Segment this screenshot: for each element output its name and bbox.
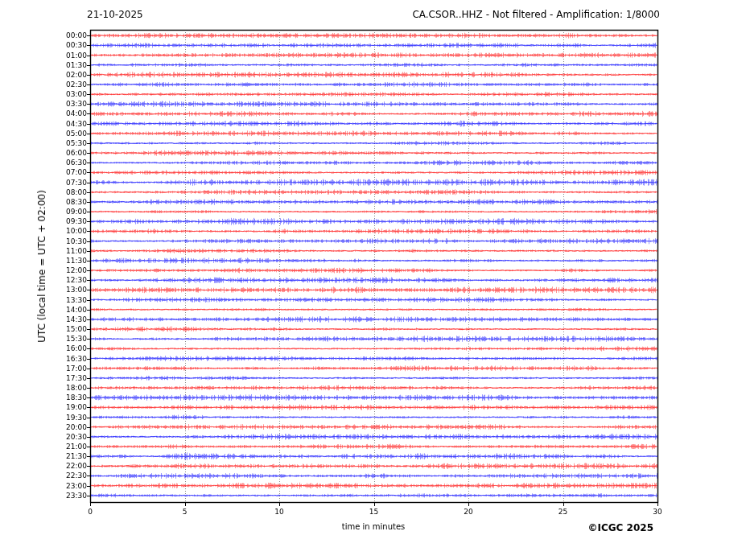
- x-axis-label: time in minutes: [342, 522, 406, 531]
- x-tick-label: 10: [274, 508, 283, 516]
- y-tick-label: 07:00: [66, 168, 87, 176]
- x-tick-label: 25: [558, 508, 567, 516]
- y-tick-label: 18:30: [66, 393, 87, 401]
- y-tick-label: 18:00: [66, 384, 87, 392]
- y-tick-label: 20:30: [66, 433, 87, 441]
- y-tick-label: 11:30: [66, 257, 87, 265]
- seismogram-plot-canvas: [0, 0, 746, 560]
- y-tick-label: 02:30: [66, 80, 87, 89]
- x-tick-label: 15: [369, 508, 378, 516]
- y-tick-label: 04:30: [66, 120, 87, 128]
- y-tick-label: 03:00: [66, 90, 87, 98]
- y-tick-label: 04:00: [66, 109, 87, 117]
- y-tick-label: 14:30: [66, 315, 87, 323]
- date-title: 21-10-2025: [87, 9, 143, 21]
- y-tick-label: 13:00: [66, 286, 87, 294]
- x-tick-label: 0: [88, 508, 93, 516]
- y-tick-label: 22:30: [66, 471, 87, 480]
- x-tick-label: 30: [653, 508, 662, 516]
- y-tick-label: 08:00: [66, 188, 87, 196]
- y-tick-label: 14:00: [66, 306, 87, 314]
- y-tick-label: 01:00: [66, 51, 87, 60]
- y-tick-label: 19:00: [66, 403, 87, 411]
- y-tick-label: 20:00: [66, 423, 87, 431]
- y-tick-label: 15:30: [66, 335, 87, 343]
- y-tick-label: 23:30: [66, 492, 87, 500]
- y-tick-label: 21:30: [66, 452, 87, 460]
- y-tick-label: 07:30: [66, 179, 87, 187]
- y-tick-label: 21:00: [66, 443, 87, 451]
- y-tick-label: 12:00: [66, 266, 87, 274]
- y-tick-label: 16:30: [66, 355, 87, 363]
- y-tick-label: 16:00: [66, 344, 87, 352]
- y-tick-label: 09:30: [66, 217, 87, 225]
- y-tick-label: 13:30: [66, 296, 87, 304]
- helicorder-figure: 21-10-2025 CA.CSOR..HHZ - Not filtered -…: [0, 0, 746, 560]
- y-tick-label: 23:00: [66, 482, 87, 490]
- y-tick-label: 06:00: [66, 149, 87, 157]
- y-tick-label: 01:30: [66, 61, 87, 69]
- y-tick-label: 02:00: [66, 71, 87, 79]
- y-tick-label: 09:00: [66, 208, 87, 216]
- station-title: CA.CSOR..HHZ - Not filtered - Amplificat…: [412, 9, 660, 21]
- y-tick-label: 00:30: [66, 41, 87, 49]
- y-tick-label: 05:30: [66, 139, 87, 147]
- y-tick-label: 17:30: [66, 374, 87, 382]
- y-tick-label: 05:00: [66, 130, 87, 138]
- x-tick-label: 20: [464, 508, 472, 516]
- y-tick-label: 00:00: [66, 31, 87, 39]
- y-tick-label: 12:30: [66, 276, 87, 284]
- y-axis-label: UTC (local time = UTC + 02:00): [36, 190, 47, 343]
- y-tick-label: 10:30: [66, 237, 87, 245]
- y-tick-label: 10:00: [66, 227, 87, 235]
- y-tick-label: 22:00: [66, 462, 87, 470]
- x-tick-label: 5: [183, 508, 188, 516]
- copyright-label: ©ICGC 2025: [587, 522, 653, 533]
- y-tick-label: 03:30: [66, 100, 87, 108]
- y-tick-label: 19:30: [66, 414, 87, 422]
- y-tick-label: 08:30: [66, 198, 87, 206]
- y-tick-label: 17:00: [66, 364, 87, 373]
- y-tick-label: 15:00: [66, 325, 87, 333]
- y-tick-label: 06:30: [66, 159, 87, 167]
- y-tick-label: 11:00: [66, 247, 87, 255]
